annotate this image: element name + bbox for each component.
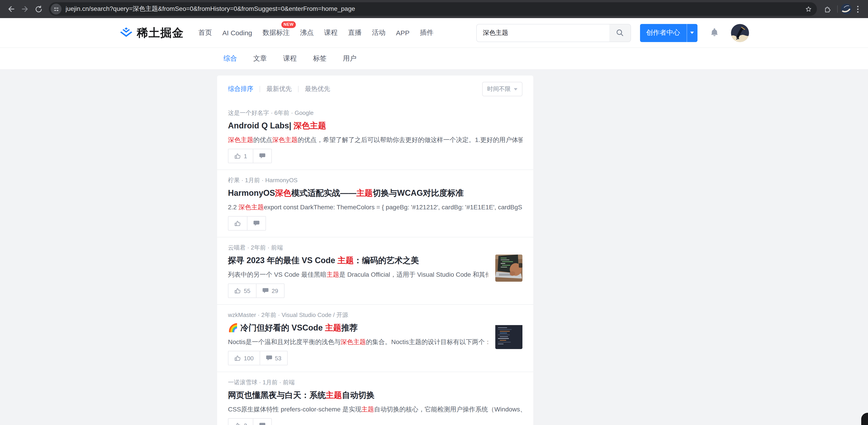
back-button[interactable] [4, 2, 18, 16]
like-count: 2 [244, 422, 247, 425]
text-segment: CSS原生媒体特性 prefers-color-scheme 是实现 [228, 405, 362, 413]
highlighted-keyword: 深色主题 [239, 203, 264, 211]
result-meta: 一诺滚雪球 · 1月前 · 前端 [228, 379, 522, 387]
nav-item-label: APP [396, 29, 410, 37]
chevron-down-icon [690, 32, 694, 36]
search-result-item: 这是一个好名字 · 6年前 · Google Android Q Labs| 深… [217, 103, 533, 170]
text-segment: 的优点 [253, 136, 272, 143]
results-card: 综合排序最新优先最热优先 时间不限 这是一个好名字 · 6年前 · Google… [217, 75, 533, 425]
refresh-button[interactable] [32, 2, 45, 16]
text-segment: 网页也懂黑夜与白天：系统 [228, 391, 326, 400]
like-button[interactable] [228, 216, 247, 231]
result-meta: 柠果 · 1月前 · HarmonyOS [228, 176, 522, 185]
nav-item[interactable]: 首页 [197, 27, 213, 39]
result-description: 深色主题的优点深色主题的优点，希望了解了之后可以帮助你去更好的做这样一个决定。1… [228, 135, 522, 144]
search-tab[interactable]: 标签 [313, 54, 327, 63]
nav-item[interactable]: AI Coding [221, 27, 253, 38]
like-button[interactable]: 2 [228, 418, 253, 425]
search-tab[interactable]: 文章 [253, 54, 267, 63]
user-avatar[interactable] [731, 24, 749, 42]
thumbs-up-icon [234, 355, 241, 361]
comment-button[interactable] [253, 149, 272, 163]
creator-center-dropdown[interactable] [686, 24, 697, 42]
result-title[interactable]: 🌈 冷门但好看的 VSCode 主题推荐 [228, 322, 488, 334]
result-thumbnail[interactable] [495, 322, 522, 349]
nav-item[interactable]: 数据标注 NEW [262, 27, 290, 39]
time-filter-label: 时间不限 [487, 85, 511, 93]
nav-item[interactable]: 插件 [419, 27, 434, 39]
search-tab[interactable]: 用户 [343, 54, 356, 63]
chevron-down-icon [514, 88, 518, 92]
comment-button[interactable]: 29 [257, 284, 284, 298]
search-tab[interactable]: 综合 [223, 54, 237, 63]
sort-option[interactable]: 最新优先 [267, 85, 292, 93]
browser-profile-avatar[interactable] [841, 4, 852, 14]
highlighted-keyword: 主题 [327, 271, 339, 278]
search-icon [615, 29, 624, 37]
time-filter-dropdown[interactable]: 时间不限 [482, 82, 522, 96]
highlighted-keyword: 主题 [356, 189, 373, 198]
forward-arrow-icon [20, 4, 29, 13]
result-description: Noctis是一个温和且对比度平衡的浅色与深色主题的集合。Noctis主题的设计… [228, 337, 488, 346]
nav-item-label: 沸点 [300, 29, 314, 36]
toolbar-divider [837, 5, 838, 13]
text-segment: 🌈 冷门但好看的 VSCode [228, 323, 325, 332]
site-title: 稀土掘金 [137, 25, 184, 40]
like-button[interactable]: 1 [228, 149, 253, 163]
result-meta: wzkMaster · 2年前 · Visual Studio Code / 开… [228, 311, 522, 319]
extensions-button[interactable] [820, 2, 834, 16]
site-settings-chip[interactable] [51, 4, 62, 14]
like-count: 55 [244, 287, 250, 294]
nav-item[interactable]: 直播 [347, 27, 363, 39]
main-navigation: 首页 AI Coding 数据标注 NEW 沸点 课程 直播 活动 APP 插件 [197, 27, 434, 39]
text-segment: export const DarkTheme: ThemeColors = { … [264, 203, 522, 211]
result-description: 2.2 深色主题export const DarkTheme: ThemeCol… [228, 202, 522, 211]
nav-item[interactable]: APP [395, 27, 410, 38]
like-button[interactable]: 100 [228, 351, 260, 365]
nav-item[interactable]: 课程 [323, 27, 339, 39]
sort-divider [260, 86, 260, 92]
search-input[interactable] [476, 24, 609, 41]
highlighted-keyword: 主题 [337, 256, 354, 265]
text-segment: HarmonyOS [228, 189, 275, 198]
text-segment: ：编码的艺术之美 [354, 256, 419, 265]
result-actions: 55 29 [228, 284, 488, 298]
result-title[interactable]: HarmonyOS深色模式适配实战——主题切换与WCAG对比度标准 [228, 187, 522, 199]
result-title[interactable]: 网页也懂黑夜与白天：系统主题自动切换 [228, 389, 522, 401]
highlighted-keyword: 深色主题 [341, 338, 366, 346]
forward-button[interactable] [18, 2, 32, 16]
notifications-button[interactable] [709, 28, 719, 38]
corner-overlay [861, 413, 868, 425]
back-arrow-icon [7, 4, 16, 13]
search-tab[interactable]: 课程 [283, 54, 297, 63]
result-title[interactable]: Android Q Labs| 深色主题 [228, 120, 522, 132]
tune-icon [53, 6, 60, 12]
text-segment: 是 Dracula Official，适用于 Visual Studio Cod… [339, 271, 488, 278]
comment-icon [259, 153, 266, 159]
sort-option[interactable]: 综合排序 [228, 85, 253, 93]
nav-item[interactable]: 沸点 [299, 27, 315, 39]
profile-avatar-image [841, 4, 852, 14]
comment-button[interactable]: 53 [260, 351, 288, 365]
text-segment: Android Q Labs| [228, 121, 293, 130]
browser-menu-button[interactable] [852, 3, 864, 15]
browser-window: juejin.cn/search?query=深色主题&fromSeo=0&fr… [0, 0, 868, 425]
result-thumbnail[interactable] [495, 255, 522, 282]
result-description: 列表中的另一个 VS Code 最佳黑暗主题是 Dracula Official… [228, 270, 488, 279]
comment-button[interactable] [247, 216, 266, 231]
sort-option[interactable]: 最热优先 [305, 85, 330, 93]
juejin-logo[interactable]: 稀土掘金 [119, 25, 184, 40]
like-button[interactable]: 55 [228, 284, 257, 298]
comment-icon [262, 288, 269, 294]
highlighted-keyword: 主题 [326, 391, 342, 400]
result-actions: 1 [228, 149, 522, 163]
result-title[interactable]: 探寻 2023 年的最佳 VS Code 主题：编码的艺术之美 [228, 255, 488, 266]
nav-item[interactable]: 活动 [371, 27, 386, 39]
search-button[interactable] [609, 24, 630, 41]
bookmark-star-button[interactable] [802, 3, 814, 15]
highlighted-keyword: 主题 [362, 405, 374, 413]
creator-center-button[interactable]: 创作者中心 [640, 24, 697, 42]
comment-button[interactable] [253, 418, 272, 425]
code-editor-thumbnail [495, 322, 522, 349]
address-bar[interactable]: juejin.cn/search?query=深色主题&fromSeo=0&fr… [49, 2, 817, 16]
